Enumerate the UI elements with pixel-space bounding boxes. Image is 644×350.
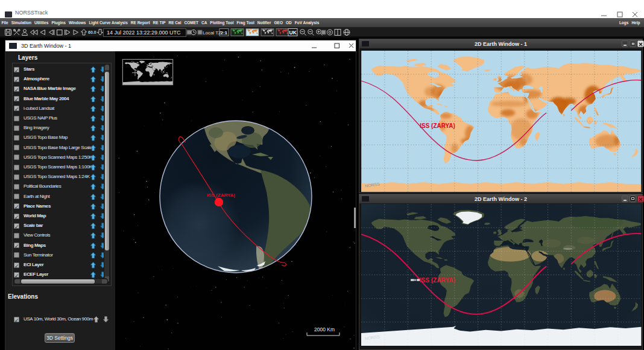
svg-text:UK: UK (289, 30, 297, 36)
svg-text:ISS (ZARYA): ISS (ZARYA) (207, 192, 235, 198)
svg-text:2000 Km: 2000 Km (314, 326, 335, 332)
svg-text:2:1: 2:1 (221, 30, 228, 36)
svg-text:ISS (ZARYA): ISS (ZARYA) (420, 277, 455, 284)
svg-text:ISS (ZARYA): ISS (ZARYA) (420, 122, 455, 129)
svg-text:60.0: 60.0 (88, 30, 96, 34)
